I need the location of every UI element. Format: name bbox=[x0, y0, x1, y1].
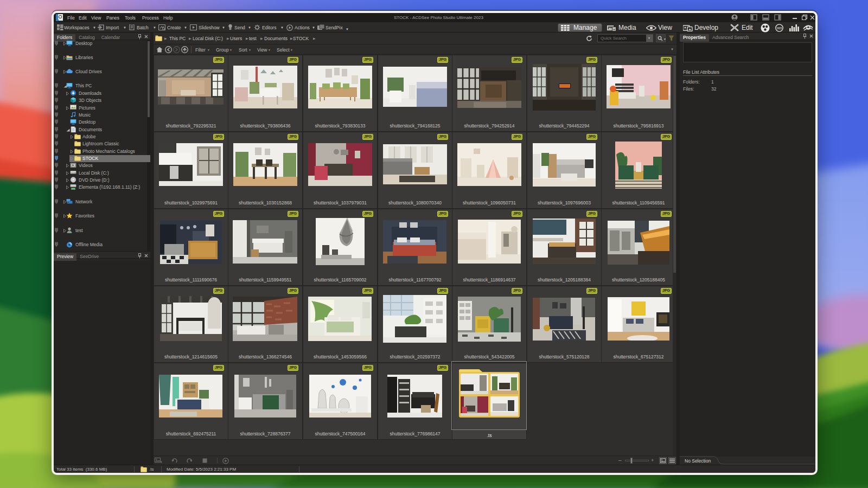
svg-text:365: 365 bbox=[776, 27, 782, 30]
